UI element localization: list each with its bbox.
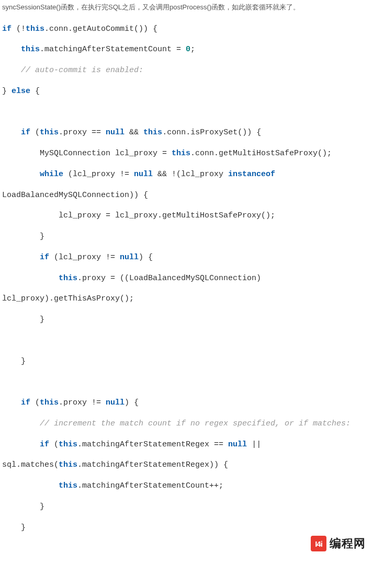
t: lcl_proxy = lcl_proxy.getMultiHostSafePr…: [2, 211, 275, 220]
t: (!: [12, 25, 26, 33]
t: [2, 45, 21, 54]
t: (: [49, 440, 59, 449]
kw-null: null: [228, 440, 247, 449]
t: .proxy !=: [59, 398, 106, 407]
t: [2, 170, 40, 179]
kw-this: this: [59, 274, 77, 283]
t: ;: [190, 45, 195, 54]
t: [2, 481, 59, 490]
t: .conn.getAutoCommit()) {: [44, 25, 157, 33]
t: (: [30, 128, 40, 137]
kw-while: while: [40, 170, 63, 179]
kw-if: if: [21, 398, 30, 407]
kw-null: null: [120, 253, 139, 262]
kw-this: this: [172, 149, 190, 158]
t: }: [2, 502, 44, 511]
kw-this: this: [40, 398, 59, 407]
kw-this: this: [59, 481, 77, 490]
kw-this: this: [143, 128, 162, 137]
kw-if: if: [40, 440, 49, 449]
t: [2, 274, 59, 283]
t: ) {: [125, 398, 139, 407]
t: MySQLConnection lcl_proxy =: [2, 149, 172, 158]
t: (lcl_proxy !=: [63, 170, 134, 179]
t: }: [2, 232, 44, 241]
t: .matchingAfterStatementRegex ==: [77, 440, 228, 449]
t: .conn.getMultiHostSafeProxy();: [190, 149, 332, 158]
t: }: [2, 87, 12, 96]
kw-this: this: [21, 45, 40, 54]
t: (lcl_proxy !=: [49, 253, 120, 262]
kw-if: if: [40, 253, 49, 262]
kw-this: this: [40, 128, 59, 137]
code-block: if (!this.conn.getAutoCommit()) { this.m…: [0, 19, 373, 559]
site-logo: I4i 编程网: [311, 536, 366, 551]
comment: // increment the match count if no regex…: [40, 419, 351, 428]
t: }: [2, 523, 26, 532]
logo-text: 编程网: [330, 536, 366, 551]
kw-else: else: [12, 87, 30, 96]
num-zero: 0: [186, 45, 190, 54]
kw-null: null: [106, 398, 125, 407]
t: .proxy ==: [59, 128, 106, 137]
kw-this: this: [26, 25, 44, 33]
t: }: [2, 315, 44, 324]
kw-instanceof: instanceof: [228, 170, 275, 179]
t: .conn.isProxySet()) {: [162, 128, 261, 137]
kw-this: this: [59, 460, 77, 469]
t: .matchingAfterStatementCount++;: [77, 481, 223, 490]
t: &&: [125, 128, 143, 137]
t: ) {: [139, 253, 153, 262]
t: [2, 66, 21, 75]
t: .matchingAfterStatementCount =: [40, 45, 186, 54]
t: [2, 398, 21, 407]
t: [2, 253, 40, 262]
kw-if: if: [2, 25, 12, 33]
t: [2, 419, 40, 428]
t: (: [30, 398, 40, 407]
t: .matchingAfterStatementRegex)) {: [77, 460, 228, 469]
kw-null: null: [134, 170, 153, 179]
intro-text: syncSessionState()函数，在执行完SQL之后，又会调用postP…: [0, 0, 373, 19]
kw-if: if: [21, 128, 30, 137]
t: [2, 128, 21, 137]
t: [2, 440, 40, 449]
kw-this: this: [59, 440, 77, 449]
comment: // auto-commit is enabled:: [21, 66, 143, 75]
t: && !(lcl_proxy: [153, 170, 228, 179]
kw-null: null: [106, 128, 125, 137]
t: }: [2, 357, 26, 366]
logo-mark-icon: I4i: [311, 536, 326, 551]
t: {: [30, 87, 40, 96]
